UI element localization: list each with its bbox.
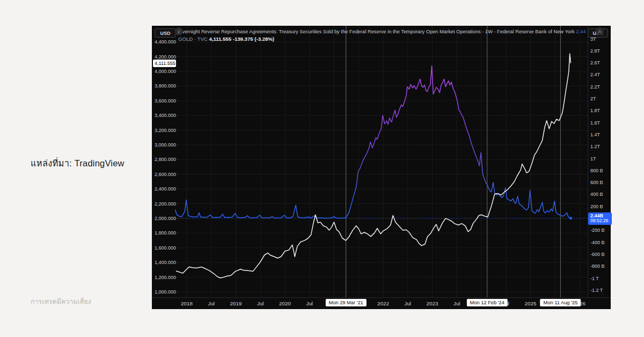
time-axis-tick: Jul (257, 301, 264, 306)
grid-lines (175, 26, 588, 297)
right-axis-tick: -600 B (590, 252, 605, 257)
left-axis-tick: 3,800.000 (155, 83, 176, 89)
time-axis-tick: Jul (306, 301, 313, 306)
left-axis-tick: 1,400.000 (155, 260, 176, 265)
right-axis-tick: 2.2T (590, 84, 600, 90)
chart-canvas[interactable] (152, 26, 611, 309)
right-axis-tick: 1.8T (590, 108, 600, 113)
time-axis-tick: Jul (404, 301, 411, 306)
right-axis-tick: -1 T (590, 276, 599, 281)
right-price-scale[interactable]: 3T2.8T2.6T2.4T2.2T2T1.8T1.6T1.4T1.2T1T80… (590, 26, 611, 297)
crosshair-separator-lines (346, 26, 561, 297)
chart-legend-row-rrp[interactable]: Overnight Reverse Repurchase Agreements:… (178, 28, 586, 35)
left-axis-tick: 1,800.000 (155, 230, 176, 236)
right-axis-tick: 1.2T (590, 144, 600, 149)
right-axis-tick: -800 B (590, 263, 605, 269)
time-axis-tick: Jul (208, 301, 215, 306)
time-axis-tick: 2025 (525, 301, 537, 306)
right-axis-tick: 1.4T (590, 132, 600, 137)
right-axis-tick: 800 B (590, 168, 603, 173)
gold-symbol: GOLD · TVC (178, 36, 208, 42)
time-axis-tick: 2022 (377, 301, 389, 306)
right-axis-tick: -400 B (590, 240, 605, 245)
right-axis-tick: 400 B (590, 192, 603, 197)
crosshair-date-label: Mon 29 Mar '21 (325, 299, 366, 306)
right-axis-tick: 2T (590, 96, 596, 101)
time-axis-tick: 2018 (181, 301, 193, 306)
page: แหล่งที่มา: TradingView การเทรดมีความเสี… (0, 0, 644, 337)
rrp-current-price-label: 2.44B 09:52:26 (588, 213, 612, 225)
right-axis-tick: 2.4T (590, 72, 600, 77)
crosshair-date-label: Mon 11 Aug '25 (540, 299, 581, 306)
bar-countdown: 09:52:26 (590, 218, 610, 224)
left-axis-tick: 3,000.000 (155, 142, 176, 148)
left-axis-tick: 2,400.000 (155, 186, 176, 192)
right-axis-tick: -200 B (590, 228, 605, 233)
right-axis-tick: 2.6T (590, 60, 600, 65)
time-axis-tick: 2023 (427, 301, 438, 306)
tradingview-chart[interactable]: USD USD Overnight Reverse Repurchase Agr… (152, 26, 611, 309)
source-label: แหล่งที่มา: TradingView (31, 156, 125, 170)
left-axis-tick: 3,400.000 (155, 113, 176, 118)
right-axis-tick: 600 B (590, 180, 603, 185)
left-axis-tick: 1,000.000 (155, 289, 176, 295)
risk-disclaimer-label: การเทรดมีความเสี่ยง (31, 296, 91, 307)
rrp-title: Overnight Reverse Repurchase Agreements:… (178, 29, 575, 34)
time-axis-tick: 2019 (230, 301, 242, 306)
rrp-value: 2.44 B (576, 29, 586, 34)
right-axis-tick: 1.6T (590, 120, 600, 126)
logo-circle-button[interactable]: z (175, 27, 183, 35)
chart-legend-row-gold[interactable]: GOLD · TVC 4,111.555 -139.375 (-3.28%) (178, 35, 274, 42)
gold-current-price-label: 4,111.555 (153, 60, 176, 67)
right-axis-tick: 2.8T (590, 48, 600, 54)
left-axis-tick: 2,000.000 (155, 216, 176, 221)
crosshair-date-label: Mon 12 Feb '24 (467, 299, 508, 306)
left-axis-tick: 2,200.000 (155, 201, 176, 207)
left-axis-tick: 3,200.000 (155, 128, 176, 133)
left-axis-tick: 2,800.000 (155, 157, 176, 162)
auto-scale-button[interactable]: A (596, 27, 604, 35)
left-axis-tick: 3,600.000 (155, 98, 176, 104)
right-axis-tick: 200 B (590, 204, 603, 209)
gold-value: 4,111.555 (209, 36, 231, 42)
right-axis-tick: 3T (590, 36, 596, 42)
series-lines (175, 54, 588, 278)
left-axis-tick: 4,200.000 (155, 54, 176, 60)
right-axis-tick: 1T (590, 156, 596, 162)
gold-change: -139.375 (-3.28%) (233, 36, 274, 42)
left-axis-tick: 4,000.000 (155, 69, 176, 74)
time-axis-tick: 2020 (279, 301, 291, 306)
time-axis-tick: Jul (453, 301, 460, 306)
left-axis-tick: 1,600.000 (155, 245, 176, 251)
left-axis-tick: 2,600.000 (155, 172, 176, 177)
left-axis-tick: 4,400.000 (155, 39, 176, 45)
left-axis-tick: 1,200.000 (155, 275, 176, 280)
right-axis-tick: -1.2 T (590, 288, 603, 293)
time-axis[interactable]: 2018Jul2019Jul2020Jul2021Jul2022Jul2023J… (152, 298, 611, 309)
